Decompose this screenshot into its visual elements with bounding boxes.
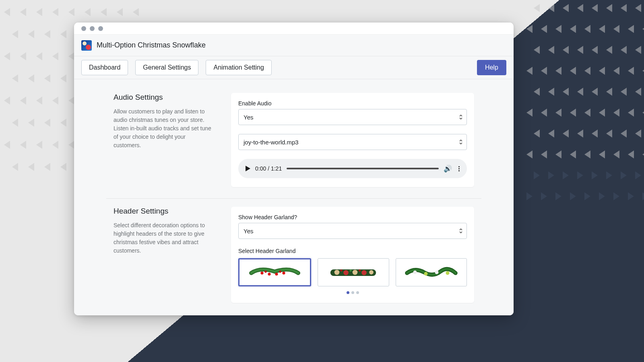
header-card: Show Header Garland? Yes Select Header G… [231, 207, 474, 303]
window-dot[interactable] [81, 26, 86, 31]
audio-player: 0:00 / 1:21 🔊 [238, 159, 467, 178]
svg-point-7 [334, 270, 340, 275]
svg-point-4 [264, 271, 266, 273]
header-settings-section: Header Settings Select different decorat… [106, 198, 481, 314]
app-logo-icon [81, 40, 92, 51]
garland-options [238, 258, 467, 286]
play-icon[interactable] [246, 166, 250, 171]
svg-point-10 [362, 270, 367, 276]
svg-point-2 [275, 273, 278, 276]
window-titlebar [74, 23, 514, 35]
general-settings-tab[interactable]: General Settings [135, 60, 198, 75]
garland-option-2[interactable] [318, 258, 389, 286]
select-garland-label: Select Header Garland [238, 248, 467, 254]
app-title: Multi-Option Christmas Snowflake [97, 41, 206, 49]
pagination-dot[interactable] [356, 291, 359, 294]
app-header: Multi-Option Christmas Snowflake [74, 35, 514, 56]
app-window: Multi-Option Christmas Snowflake Dashboa… [74, 23, 514, 315]
pagination-dot[interactable] [351, 291, 354, 294]
svg-point-16 [424, 272, 427, 276]
section-title: Audio Settings [114, 93, 214, 102]
garland-art-icon [245, 265, 305, 280]
svg-point-11 [369, 270, 374, 275]
section-description: Select different decoration options to h… [114, 221, 214, 255]
audio-settings-section: Audio Settings Allow customers to play a… [106, 85, 481, 198]
help-button[interactable]: Help [477, 60, 506, 75]
window-dot[interactable] [98, 26, 103, 31]
svg-point-18 [446, 271, 449, 275]
audio-track-select[interactable]: joy-to-the-world.mp3 [238, 134, 467, 150]
enable-audio-label: Enable Audio [238, 100, 467, 107]
section-title: Header Settings [114, 207, 214, 216]
garland-option-3[interactable] [396, 258, 467, 286]
svg-point-9 [353, 270, 358, 275]
show-garland-select[interactable]: Yes [238, 223, 467, 239]
svg-point-14 [359, 269, 361, 272]
pagination-dot[interactable] [347, 291, 349, 294]
dashboard-tab[interactable]: Dashboard [81, 60, 128, 75]
content-area: Audio Settings Allow customers to play a… [74, 79, 514, 315]
show-garland-label: Show Header Garland? [238, 214, 467, 220]
svg-point-8 [344, 270, 349, 276]
nav-bar: Dashboard General Settings Animation Set… [74, 56, 514, 79]
audio-card: Enable Audio Yes joy-to-the-world.mp3 [231, 93, 474, 187]
svg-point-5 [279, 271, 281, 273]
animation-setting-tab[interactable]: Animation Setting [206, 60, 271, 75]
svg-point-3 [283, 272, 285, 274]
svg-point-15 [413, 271, 417, 274]
svg-point-17 [435, 271, 438, 274]
enable-audio-select[interactable]: Yes [238, 109, 467, 125]
garland-pagination [238, 291, 467, 294]
section-description: Allow customers to play and listen to au… [114, 107, 214, 150]
svg-point-13 [350, 269, 352, 272]
garland-art-icon [323, 265, 383, 280]
svg-point-12 [341, 269, 343, 272]
svg-point-1 [268, 273, 271, 276]
window-dot[interactable] [90, 26, 95, 31]
audio-time: 0:00 / 1:21 [255, 165, 282, 172]
volume-icon[interactable]: 🔊 [444, 165, 452, 173]
kebab-menu-icon[interactable] [457, 166, 461, 171]
svg-point-0 [261, 272, 264, 274]
garland-art-icon [401, 265, 461, 280]
garland-option-1[interactable] [238, 258, 311, 286]
audio-seek-slider[interactable] [287, 168, 439, 169]
